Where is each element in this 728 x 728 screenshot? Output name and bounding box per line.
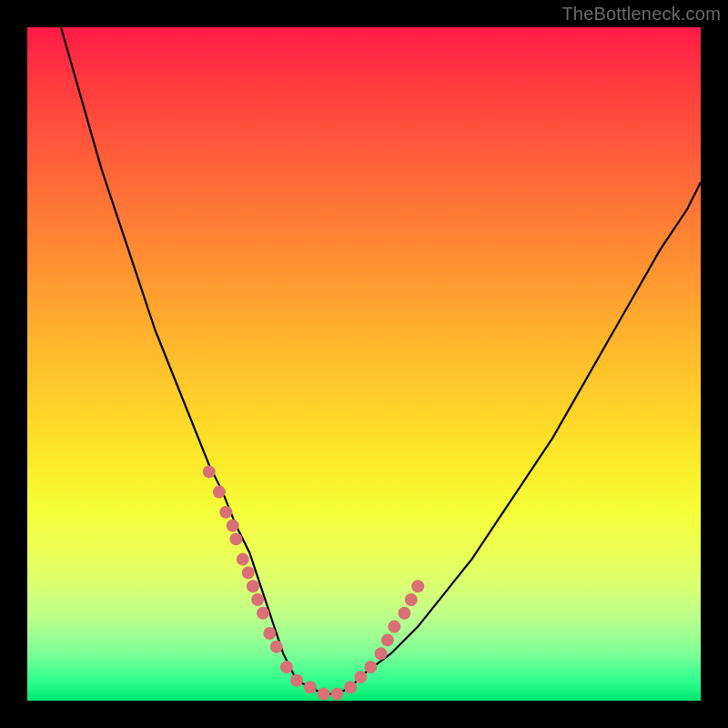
- data-dot: [270, 641, 283, 653]
- data-dot: [375, 647, 388, 660]
- outer-frame: TheBottleneck.com: [0, 0, 728, 728]
- data-dot: [280, 661, 293, 673]
- data-dot: [318, 688, 330, 701]
- data-dot: [213, 486, 226, 499]
- data-dot: [247, 580, 259, 592]
- data-dot: [344, 681, 357, 693]
- watermark-label: TheBottleneck.com: [561, 4, 721, 25]
- data-dot: [411, 580, 424, 592]
- data-dot: [381, 633, 394, 646]
- data-dot: [364, 661, 377, 673]
- data-dot: [242, 566, 255, 579]
- data-dot: [251, 593, 264, 606]
- data-dot: [203, 465, 216, 478]
- data-dot: [330, 688, 343, 701]
- plot-area: [27, 27, 701, 701]
- data-dot: [229, 532, 242, 545]
- data-dot: [257, 607, 269, 620]
- dot-group: [203, 465, 424, 700]
- bottleneck-curve: [27, 27, 701, 701]
- data-dot: [219, 506, 232, 519]
- data-dot: [263, 627, 276, 640]
- data-dot: [227, 520, 239, 532]
- data-dot: [405, 593, 418, 606]
- curve-path: [61, 27, 701, 694]
- data-dot: [398, 607, 410, 620]
- data-dot: [388, 621, 400, 633]
- data-dot: [290, 674, 303, 687]
- data-dot: [354, 671, 367, 683]
- data-dot: [304, 681, 317, 693]
- data-dot: [237, 553, 249, 566]
